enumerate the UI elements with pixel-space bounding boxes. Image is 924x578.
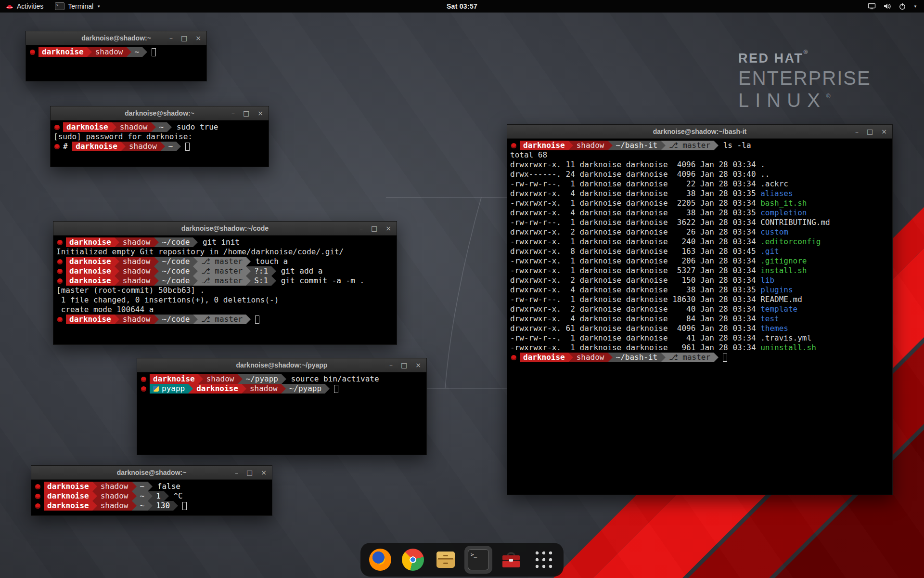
terminal-content[interactable]: darknoiseshadow~ sudo true[sudo] passwor… xyxy=(51,120,269,153)
window-titlebar[interactable]: darknoise@shadow:~/bash-it – □ × xyxy=(507,125,892,139)
prompt-segment-user: darknoise xyxy=(520,141,568,150)
close-button[interactable]: × xyxy=(195,35,201,41)
terminal-line: -rwxrwxr-x. 1 darknoise darknoise 5327 J… xyxy=(510,266,889,276)
powerline-arrow-icon xyxy=(132,501,137,511)
terminal-content[interactable]: darknoiseshadow~ falsedarknoiseshadow~1 … xyxy=(31,480,272,512)
powerline-arrow-icon xyxy=(608,353,613,362)
system-status-area[interactable]: ▼ xyxy=(861,0,924,13)
dock-item-firefox[interactable] xyxy=(366,546,394,574)
powerline-arrow-icon xyxy=(238,374,243,384)
terminal-line: pyappdarknoiseshadow~/pyapp xyxy=(140,384,424,394)
clock[interactable]: Sat 03:57 xyxy=(447,2,477,10)
minimize-button[interactable]: – xyxy=(169,35,173,41)
prompt-segment-host: shadow xyxy=(119,276,154,286)
powerline-arrow-icon xyxy=(714,141,719,150)
distro-icon xyxy=(57,259,63,264)
terminal-content[interactable]: darknoiseshadow~ xyxy=(26,45,206,59)
terminal-line: darknoiseshadow~/code git init xyxy=(56,237,394,247)
terminal-line: -rwxrwxr-x. 1 darknoise darknoise 206 Ja… xyxy=(510,256,889,266)
terminal-line: darknoiseshadow~1 ^C xyxy=(34,491,269,501)
window-title: darknoise@shadow:~/pyapp xyxy=(236,361,328,369)
close-button[interactable]: × xyxy=(261,469,267,476)
activities-button[interactable]: Activities xyxy=(0,0,49,13)
distro-icon xyxy=(57,278,63,284)
dock-item-chrome[interactable] xyxy=(399,546,427,574)
command-text: sudo true xyxy=(172,122,218,132)
terminal-line: [master (root-commit) 50bcb63] . xyxy=(56,286,394,295)
window-titlebar[interactable]: darknoise@shadow:~/code – □ × xyxy=(53,222,397,236)
terminal-window-home-1[interactable]: darknoise@shadow:~ – □ × darknoiseshadow… xyxy=(26,31,207,81)
minimize-button[interactable]: – xyxy=(231,110,235,117)
terminal-line: drwxrwxr-x. 4 darknoise darknoise 38 Jan… xyxy=(510,208,889,218)
minimize-button[interactable]: – xyxy=(235,469,238,476)
directory-name: template xyxy=(760,304,797,314)
dock-item-toolbox[interactable] xyxy=(497,546,525,574)
prompt-segment-path: ~ xyxy=(137,482,148,491)
minimize-button[interactable]: – xyxy=(855,128,859,135)
powerline-arrow-icon xyxy=(87,47,92,57)
maximize-button[interactable]: □ xyxy=(371,225,377,232)
output-text: .travis.yml xyxy=(760,333,811,343)
powerline-arrow-icon xyxy=(115,276,119,286)
terminal-line: create mode 100644 a xyxy=(56,305,394,315)
close-button[interactable]: × xyxy=(385,225,391,232)
terminal-content[interactable]: darknoiseshadow~/bash-it⎇ master ls -lat… xyxy=(507,139,892,364)
command-text: git add a xyxy=(276,266,322,276)
window-titlebar[interactable]: darknoise@shadow:~ – □ × xyxy=(26,31,206,45)
terminal-line: drwxrwxr-x. 2 darknoise darknoise 26 Jan… xyxy=(510,227,889,237)
output-text: drwxrwxr-x. 4 darknoise darknoise 38 Jan… xyxy=(510,285,760,295)
terminal-window-home-2[interactable]: darknoise@shadow:~ – □ × darknoiseshadow… xyxy=(31,465,272,516)
terminal-line: darknoiseshadow~/code⎇ master?:1 git add… xyxy=(56,266,394,276)
directory-name: themes xyxy=(760,324,788,333)
command-text: git commit -a -m . xyxy=(276,276,364,286)
output-text: .. xyxy=(760,170,770,179)
dock-item-files[interactable] xyxy=(432,546,460,574)
minimize-button[interactable]: – xyxy=(389,362,393,368)
window-titlebar[interactable]: darknoise@shadow:~/pyapp – □ × xyxy=(137,358,426,372)
terminal-window-bash-it[interactable]: darknoise@shadow:~/bash-it – □ × darknoi… xyxy=(507,124,893,495)
maximize-button[interactable]: □ xyxy=(246,469,253,476)
app-menu-terminal[interactable]: >_ Terminal ▼ xyxy=(49,0,106,13)
powerline-arrow-icon xyxy=(164,491,169,501)
maximize-button[interactable]: □ xyxy=(243,110,249,117)
window-titlebar[interactable]: darknoise@shadow:~ – □ × xyxy=(31,466,272,480)
command-text: ^C xyxy=(169,491,183,501)
prompt-segment-host: shadow xyxy=(119,315,154,324)
prompt-segment-host: shadow xyxy=(119,257,154,266)
minimize-button[interactable]: – xyxy=(359,225,363,232)
output-text: drwxrwxr-x. 4 darknoise darknoise 38 Jan… xyxy=(510,189,760,198)
terminal-content[interactable]: darknoiseshadow~/pyapp source bin/activa… xyxy=(137,372,426,395)
top-bar: Activities >_ Terminal ▼ Sat 03:57 ▼ xyxy=(0,0,924,13)
dock-item-terminal[interactable]: >_ xyxy=(464,546,492,574)
output-text: -rwxrwxr-x. 1 darknoise darknoise 2205 J… xyxy=(510,198,760,208)
powerline-arrow-icon xyxy=(173,501,178,511)
terminal-window-code[interactable]: darknoise@shadow:~/code – □ × darknoises… xyxy=(53,221,397,345)
maximize-button[interactable]: □ xyxy=(867,128,873,135)
terminal-window-pyapp[interactable]: darknoise@shadow:~/pyapp – □ × darknoise… xyxy=(137,358,427,455)
powerline-arrow-icon xyxy=(661,353,666,362)
maximize-button[interactable]: □ xyxy=(181,35,187,41)
dock-item-app-grid[interactable] xyxy=(530,546,558,574)
powerline-arrow-icon xyxy=(154,266,159,276)
chevron-down-icon: ▼ xyxy=(97,4,101,9)
maximize-button[interactable]: □ xyxy=(401,362,407,368)
distro-icon xyxy=(54,144,60,149)
terminal-line: drwxrwxr-x. 2 darknoise darknoise 150 Ja… xyxy=(510,276,889,285)
terminal-window-sudo[interactable]: darknoise@shadow:~ – □ × darknoiseshadow… xyxy=(50,106,269,167)
powerline-arrow-icon xyxy=(193,237,198,247)
close-button[interactable]: × xyxy=(881,128,887,135)
distro-icon xyxy=(35,484,40,489)
terminal-content[interactable]: darknoiseshadow~/code git initInitialize… xyxy=(53,236,397,326)
terminal-line: -rwxrwxr-x. 1 darknoise darknoise 2205 J… xyxy=(510,198,889,208)
prompt-segment-user: darknoise xyxy=(38,47,87,57)
close-button[interactable]: × xyxy=(257,110,263,117)
output-text: Initialized empty Git repository in /hom… xyxy=(56,247,344,257)
distro-icon xyxy=(57,269,63,274)
close-button[interactable]: × xyxy=(415,362,421,368)
window-titlebar[interactable]: darknoise@shadow:~ – □ × xyxy=(51,106,269,120)
powerline-arrow-icon xyxy=(154,315,159,324)
prompt-segment-host: shadow xyxy=(97,501,132,511)
brand-line-redhat: RED HAT® xyxy=(738,49,871,65)
registered-mark: ® xyxy=(826,93,831,100)
prompt-segment-git: ⎇ master xyxy=(198,276,246,286)
